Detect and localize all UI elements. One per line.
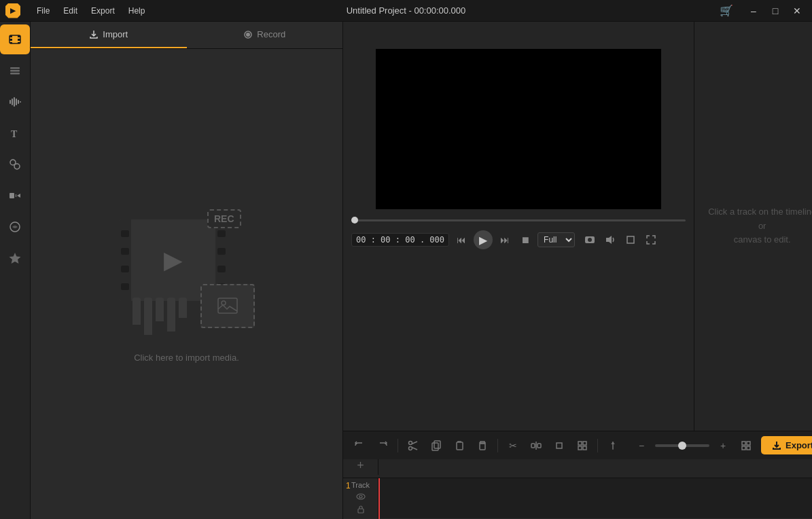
add-track-button[interactable]: + xyxy=(343,459,378,475)
import-hint-text[interactable]: Click here to import media. xyxy=(134,353,239,363)
mic-strips xyxy=(133,298,187,335)
play-icon: ▶ xyxy=(164,246,183,274)
sidebar-text-icon[interactable]: T xyxy=(0,118,30,148)
zoom-slider[interactable] xyxy=(655,444,709,447)
cut-button[interactable] xyxy=(402,435,424,456)
tab-import[interactable]: Import xyxy=(31,22,187,48)
menu-export[interactable]: Export xyxy=(86,5,120,17)
maximize-button[interactable]: □ xyxy=(766,4,785,18)
zoom-in-button[interactable]: + xyxy=(712,435,734,456)
sidebar-layers-icon[interactable] xyxy=(0,56,30,86)
rec-badge: REC xyxy=(207,209,241,228)
record-icon xyxy=(243,30,253,39)
svg-rect-45 xyxy=(583,442,586,445)
sidebar-effects-icon[interactable] xyxy=(0,149,30,179)
zoom-out-button[interactable]: − xyxy=(631,435,652,456)
properties-panel: Click a track on the timeline or canvas … xyxy=(694,22,812,431)
volume-button[interactable] xyxy=(602,232,618,248)
copy-button[interactable] xyxy=(425,435,447,456)
scrubber-bar[interactable] xyxy=(351,215,686,226)
sidebar-media-icon[interactable] xyxy=(0,24,30,54)
titlebar: ▶ File Edit Export Help Untitled Project… xyxy=(0,0,812,22)
svg-rect-26 xyxy=(218,298,237,313)
svg-marker-23 xyxy=(10,253,21,264)
fullscreen-button[interactable] xyxy=(643,232,659,248)
close-button[interactable]: ✕ xyxy=(788,4,807,18)
marker-button[interactable] xyxy=(602,435,624,456)
scrubber-track[interactable] xyxy=(351,219,686,221)
sidebar-audio-icon[interactable] xyxy=(0,87,30,117)
zoom-controls: − + xyxy=(631,435,734,456)
camera-button[interactable] xyxy=(582,232,598,248)
minimize-button[interactable]: – xyxy=(744,4,763,18)
timeline-section: ✂ xyxy=(343,431,812,519)
menu-help[interactable]: Help xyxy=(123,5,151,17)
app-logo: ▶ xyxy=(5,3,20,18)
crop-button[interactable] xyxy=(622,232,639,248)
svg-rect-11 xyxy=(12,99,13,105)
menu-edit[interactable]: Edit xyxy=(58,5,83,17)
redo-button[interactable] xyxy=(372,435,393,456)
bottom-toolbar: ✂ xyxy=(343,431,812,459)
svg-text:T: T xyxy=(11,129,18,139)
crop-tool-button[interactable] xyxy=(548,435,570,456)
track-visibility-button[interactable] xyxy=(356,492,366,503)
svg-rect-7 xyxy=(10,67,20,69)
time-display: 00 : 00 : 00 . 000 xyxy=(351,233,449,247)
svg-rect-3 xyxy=(10,42,12,43)
play-button[interactable]: ▶ xyxy=(474,230,493,249)
sidebar-filter-icon[interactable] xyxy=(0,212,30,242)
cart-icon[interactable]: 🛒 xyxy=(717,4,736,18)
svg-rect-14 xyxy=(18,100,19,104)
svg-point-54 xyxy=(357,494,365,499)
svg-rect-56 xyxy=(358,509,364,513)
properties-hint: Click a track on the timeline or canvas … xyxy=(694,192,812,261)
menubar: File Edit Export Help xyxy=(31,5,150,17)
settings-button[interactable] xyxy=(735,435,757,456)
svg-rect-50 xyxy=(742,442,745,445)
svg-rect-53 xyxy=(747,446,750,450)
menu-file[interactable]: File xyxy=(31,5,55,17)
grid-button[interactable] xyxy=(571,435,593,456)
split-button[interactable] xyxy=(525,435,547,456)
preview-properties-row: 00 : 00 : 00 . 000 ⏮ ▶ ⏭ ⏹ Full 75% 50% … xyxy=(343,22,812,431)
image-icon xyxy=(217,298,238,314)
scrubber-thumb[interactable] xyxy=(351,217,358,223)
stop-button[interactable]: ⏹ xyxy=(517,232,533,248)
paste-button[interactable] xyxy=(448,435,470,456)
timeline-ruler: + 00:00:00.000 00:00:05.000 00:00:10.000… xyxy=(343,459,812,478)
svg-point-32 xyxy=(409,441,412,444)
svg-rect-37 xyxy=(432,443,438,450)
fullscreen-icon xyxy=(646,234,656,245)
window-title: Untitled Project - 00:00:00.000 xyxy=(347,5,466,16)
svg-rect-10 xyxy=(10,100,11,104)
track-lock-button[interactable] xyxy=(356,505,366,516)
timeline-area: + 00:00:00.000 00:00:05.000 00:00:10.000… xyxy=(343,459,812,519)
step-forward-button[interactable]: ⏭ xyxy=(497,232,513,248)
step-back-button[interactable]: ⏮ xyxy=(453,232,470,248)
main-layout: T xyxy=(0,22,812,519)
svg-marker-20 xyxy=(17,194,20,198)
tab-record[interactable]: Record xyxy=(187,22,343,48)
undo-button[interactable] xyxy=(349,435,370,456)
export-icon xyxy=(772,441,781,450)
zoom-select[interactable]: Full 75% 50% 25% xyxy=(537,232,575,247)
timeline-tracks-container: 1 Track xyxy=(343,478,812,519)
sidebar-stickers-icon[interactable] xyxy=(0,243,30,273)
delete-button[interactable] xyxy=(472,435,493,456)
export-button[interactable]: Export xyxy=(761,436,812,454)
svg-rect-44 xyxy=(578,442,582,445)
svg-point-18 xyxy=(14,164,20,169)
svg-rect-2 xyxy=(10,39,12,41)
svg-rect-52 xyxy=(747,442,750,445)
preview-panel: 00 : 00 : 00 . 000 ⏮ ▶ ⏭ ⏹ Full 75% 50% … xyxy=(343,22,694,431)
preview-top-bar xyxy=(343,22,694,49)
zoom-slider-thumb[interactable] xyxy=(678,442,686,450)
svg-marker-30 xyxy=(606,236,612,244)
scissors-button[interactable]: ✂ xyxy=(502,435,524,456)
svg-rect-6 xyxy=(18,42,20,43)
sidebar-transitions-icon[interactable] xyxy=(0,181,30,211)
media-content[interactable]: ▶ REC xyxy=(31,49,342,519)
image-placeholder xyxy=(200,284,255,328)
svg-rect-21 xyxy=(16,194,16,197)
